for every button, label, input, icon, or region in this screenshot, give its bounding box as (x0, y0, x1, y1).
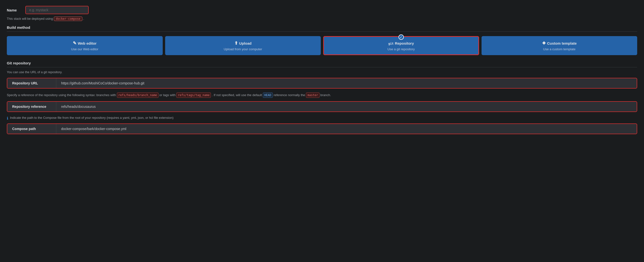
spec-badge-master: master (306, 92, 319, 98)
build-methods: ✎ Web editor Use our Web editor ⬆ Upload… (7, 36, 637, 55)
build-method-title: Build method (7, 25, 637, 32)
compose-path-value[interactable]: docker-compose/bark/docker-compose.yml (56, 124, 637, 134)
active-check-icon: ✓ (398, 34, 404, 40)
name-row: Name (7, 6, 637, 14)
spec-badge-tag: refs/tags/tag_name (176, 92, 211, 98)
method-custom-template[interactable]: ❖ Custom template Use a custom template (482, 36, 638, 55)
subtitle-prefix: This stack will be deployed using (7, 17, 53, 21)
spec-mid1: or tags with (159, 93, 175, 97)
subtitle-suffix: . (83, 17, 84, 21)
info-icon: ℹ (7, 116, 8, 120)
web-editor-icon: ✎ Web editor (10, 41, 159, 46)
method-web-editor[interactable]: ✎ Web editor Use our Web editor (7, 36, 163, 55)
spec-mid2: . If not specified, will use the default (212, 93, 262, 97)
spec-text: Specify a reference of the repository us… (7, 92, 637, 98)
method-upload[interactable]: ⬆ Upload Upload from your computer (165, 36, 321, 55)
repo-url-value[interactable]: https://github.com/MoshiCoCo/docker-comp… (56, 78, 637, 88)
custom-template-icon: ❖ Custom template (485, 41, 634, 46)
spec-end: branch. (320, 93, 331, 97)
spec-mid3: reference normally the (274, 93, 305, 97)
git-section-title: Git repository (7, 61, 637, 67)
docker-compose-badge: docker-compose (54, 17, 82, 21)
spec-badge-branch: refs/heads/branch_name (117, 92, 158, 98)
repo-url-label: Repository URL (7, 78, 56, 88)
name-label: Name (7, 8, 22, 12)
upload-icon: ⬆ Upload (168, 41, 318, 46)
repo-url-row: Repository URL https://github.com/MoshiC… (7, 78, 637, 89)
compose-info-row: ℹ Indicate the path to the Compose file … (7, 116, 637, 120)
custom-template-sublabel: Use a custom template (485, 47, 634, 51)
subtitle: This stack will be deployed using docker… (7, 17, 637, 21)
upload-sublabel: Upload from your computer (168, 47, 318, 51)
spec-prefix: Specify a reference of the repository us… (7, 93, 116, 97)
repo-ref-label: Repository reference (7, 102, 56, 111)
repo-ref-row: Repository reference refs/heads/docusaur… (7, 101, 637, 112)
git-info-text: You can use the URL of a git repository. (7, 70, 637, 74)
git-sublabel: Use a git repository (327, 47, 476, 51)
compose-path-row: Compose path docker-compose/bark/docker-… (7, 123, 637, 134)
spec-badge-head: HEAD (263, 92, 273, 98)
compose-info-text: Indicate the path to the Compose file fr… (10, 116, 174, 119)
name-input[interactable] (25, 6, 89, 14)
repo-ref-value[interactable]: refs/heads/docusaurus (56, 102, 637, 111)
web-editor-sublabel: Use our Web editor (10, 47, 159, 51)
method-git-repository[interactable]: ✓ git Repository Use a git repository (323, 36, 479, 55)
compose-path-label: Compose path (7, 124, 56, 134)
git-icon: git Repository (327, 41, 476, 46)
